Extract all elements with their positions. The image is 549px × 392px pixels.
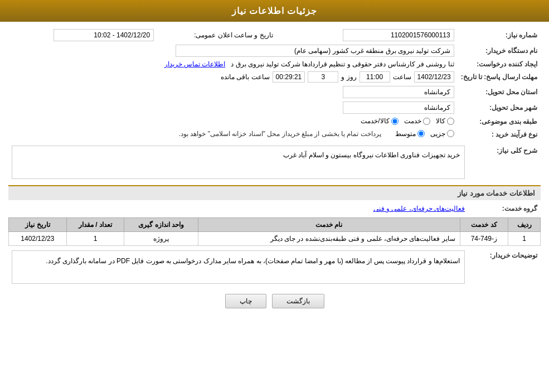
mohlat-date: 1402/12/23 [414,71,454,83]
saat-label: ساعت [393,73,411,81]
shomareNiaz-label: شماره نیاز: [458,27,541,43]
col-radif: ردیف [508,218,541,232]
ostan-value: کرمانشاه [343,86,454,98]
page-header: جزئیات اطلاعات نیاز [0,0,549,22]
geroh-section: گروه خدمت: فعالیت‌های حرفه‌ای، علمی و فن… [8,203,541,214]
cell-vahed: پروژه [124,232,198,246]
sharh-section: شرح کلی نیاز: خرید تجهیزات فناوری اطلاعا… [8,144,541,181]
radio-motavaset: متوسط [395,130,425,138]
radio-kala-khadamat-input[interactable] [391,118,399,125]
radio-khadamat: خدمت [404,117,430,125]
col-kod: کد خدمت [460,218,508,232]
col-tarikh: تاریخ نیاز [9,218,67,232]
radio-kala-khadamat-label: کالا/خدمت [361,117,389,125]
col-vahed: واحد اندازه گیری [124,218,198,232]
tarikh-label: تاریخ و ساعت اعلان عمومی: [194,31,273,39]
radio-jazii: جزیی [430,130,454,138]
tabaqe-label: طبقه بندی موضوعی: [458,115,541,128]
ijadKonande-value: ثنا روشنی فر کارشناس دفتر حقوقی و تنظیم … [231,60,454,68]
cell-kod: ز-749-74 [460,232,508,246]
tarikh-value: 1402/12/20 - 10:02 [54,29,154,41]
mohlat-saat: 11:00 [359,71,390,83]
sharh-value: خرید تجهیزات فناوری اطلاعات نیروگاه بیست… [12,146,465,179]
cell-tarikh: 1402/12/23 [9,232,67,246]
ijadKonande-label: ایجاد کننده درخواست: [458,59,541,70]
tabaqe-radio-group: کالا خدمت کالا/خدمت [361,117,454,125]
shahr-value: کرمانشاه [343,101,454,114]
info-section: شماره نیاز: 1102001576000113 تاریخ و ساع… [8,27,541,141]
cell-radif: 1 [508,232,541,246]
noe-note: پرداخت تمام یا بخشی از مبلغ خریداز محل "… [179,130,381,138]
namDastgah-label: نام دستگاه خریدار: [458,43,541,59]
print-button[interactable]: چاپ [225,294,266,308]
shahr-label: شهر محل تحویل: [458,100,541,115]
radio-khadamat-label: خدمت [404,117,421,125]
ostan-label: استان محل تحویل: [458,84,541,100]
mohlat-row: 1402/12/23 ساعت 11:00 روز و 3 00:29:21 س… [12,71,454,83]
radio-jazii-input[interactable] [447,130,454,137]
radio-kala: کالا [436,117,454,125]
geroh-value[interactable]: فعالیت‌های حرفه‌ای، علمی و فنی [373,205,465,212]
button-row: بازگشت چاپ [8,294,541,308]
tawzih-label: توضیحات خریدار: [468,249,541,285]
tawzih-section: توضیحات خریدار: استعلام‌ها و قرارداد پیو… [8,249,541,285]
tawzih-text: استعلام‌ها و قرارداد پیوست پس از مطالعه … [46,257,460,265]
table-row: 1 ز-749-74 سایر فعالیت‌های حرفه‌ای، علمی… [9,232,541,246]
mohlat-label-text: مهلت ارسال پاسخ: تا تاریخ: [461,73,537,81]
mohlat-baqi: 00:29:21 [273,71,305,83]
radio-motavaset-input[interactable] [417,130,425,137]
mohlat-label: مهلت ارسال پاسخ: تا تاریخ: [458,70,541,84]
khadamat-section-title: اطلاعات خدمات مورد نیاز [8,185,541,200]
noe-radio-group: جزیی متوسط پرداخت تمام یا بخشی از مبلغ خ… [179,130,454,138]
page-title: جزئیات اطلاعات نیاز [232,6,318,16]
tawzih-value: استعلام‌ها و قرارداد پیوست پس از مطالعه … [12,250,465,284]
radio-jazii-label: جزیی [430,130,445,138]
radio-khadamat-input[interactable] [423,118,430,125]
radio-motavaset-label: متوسط [395,130,416,138]
noeFarayand-label: نوع فرآیند خرید : [458,128,541,141]
col-tedad: تعداد / مقدار [66,218,124,232]
radio-kala-khadamat: کالا/خدمت [361,117,398,125]
services-table: ردیف کد خدمت نام خدمت واحد اندازه گیری ت… [8,217,541,246]
col-nam: نام خدمت [198,218,460,232]
namDastgah-value: شرکت تولید نیروی برق منطقه غرب کشور (سها… [176,45,454,57]
back-button[interactable]: بازگشت [272,294,324,308]
contact-info-link[interactable]: اطلاعات تماس خریدار [164,60,226,68]
page-wrapper: جزئیات اطلاعات نیاز شماره نیاز: 11020015… [0,0,549,392]
cell-nam: سایر فعالیت‌های حرفه‌ای، علمی و فنی طبقه… [198,232,460,246]
sharh-wrapper: خرید تجهیزات فناوری اطلاعات نیروگاه بیست… [12,146,465,179]
rooz-label: روز و [341,73,356,81]
main-content: شماره نیاز: 1102001576000113 تاریخ و ساع… [0,22,549,320]
table-wrapper: ردیف کد خدمت نام خدمت واحد اندازه گیری ت… [8,217,541,246]
radio-kala-label: کالا [436,117,445,125]
cell-tedad: 1 [66,232,124,246]
radio-kala-input[interactable] [447,118,454,125]
baqi-label: ساعت باقی مانده [221,73,270,81]
mohlat-rooz: 3 [308,71,338,83]
sharh-label: شرح کلی نیاز: [468,144,541,181]
shomareNiaz-value: 1102001576000113 [343,29,454,41]
geroh-label: گروه خدمت: [468,203,541,214]
